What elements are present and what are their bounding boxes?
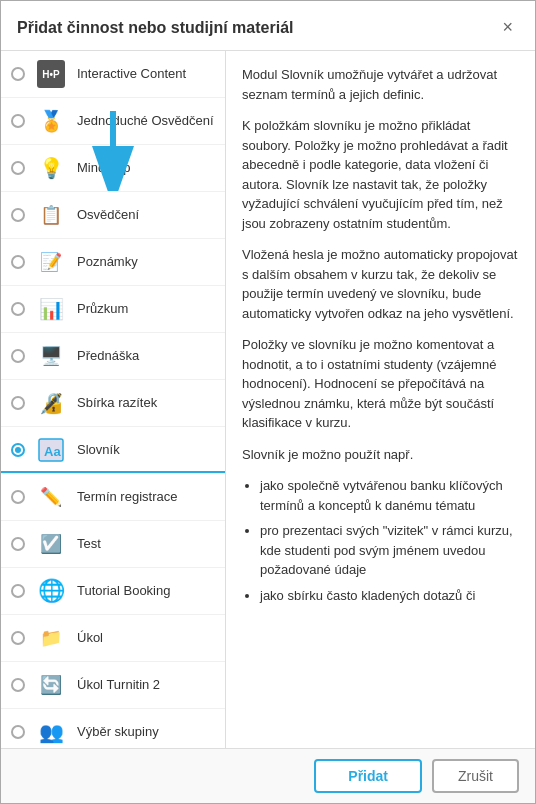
- radio-interactive-content: [11, 67, 25, 81]
- desc-list: jako společně vytvářenou banku klíčových…: [260, 476, 519, 605]
- list-item-slovnik[interactable]: AaSlovník: [1, 427, 225, 474]
- dialog-header: Přidat činnost nebo studijní materiál ×: [1, 1, 535, 51]
- label-ukol: Úkol: [77, 630, 103, 647]
- label-ukol-turnitin: Úkol Turnitin 2: [77, 677, 160, 694]
- icon-vyber-skupiny: 👥: [35, 716, 67, 748]
- radio-vyber-skupiny: [11, 725, 25, 739]
- cancel-button[interactable]: Zrušit: [432, 759, 519, 793]
- label-mindmap: Mindmap: [77, 160, 130, 177]
- desc-paragraph: Slovník je možno použít např.: [242, 445, 519, 465]
- desc-list-item: pro prezentaci svých "vizitek" v rámci k…: [260, 521, 519, 580]
- radio-jednoduche-osvedceni: [11, 114, 25, 128]
- icon-jednoduche-osvedceni: 🏅: [35, 105, 67, 137]
- label-osvedceni: Osvědčení: [77, 207, 139, 224]
- label-termin-registrace: Termín registrace: [77, 489, 177, 506]
- list-item-interactive-content[interactable]: H•PInteractive Content: [1, 51, 225, 98]
- dialog-title: Přidat činnost nebo studijní materiál: [17, 19, 293, 37]
- radio-mindmap: [11, 161, 25, 175]
- desc-paragraph: Vložená hesla je možno automaticky propo…: [242, 245, 519, 323]
- radio-slovnik: [11, 443, 25, 457]
- radio-ukol: [11, 631, 25, 645]
- label-sbirka-razitek: Sbírka razítek: [77, 395, 157, 412]
- icon-slovnik: Aa: [35, 434, 67, 466]
- radio-sbirka-razitek: [11, 396, 25, 410]
- list-item-mindmap[interactable]: 💡Mindmap: [1, 145, 225, 192]
- desc-paragraph: Položky ve slovníku je možno komentovat …: [242, 335, 519, 433]
- radio-prednaška: [11, 349, 25, 363]
- icon-poznamky: 📝: [35, 246, 67, 278]
- icon-tutorial-booking: 🌐: [35, 575, 67, 607]
- radio-poznamky: [11, 255, 25, 269]
- label-poznamky: Poznámky: [77, 254, 138, 271]
- radio-tutorial-booking: [11, 584, 25, 598]
- list-item-prednaška[interactable]: 🖥️Přednáška: [1, 333, 225, 380]
- list-item-termin-registrace[interactable]: ✏️Termín registrace: [1, 474, 225, 521]
- icon-ukol-turnitin: 🔄: [35, 669, 67, 701]
- main-dialog: Přidat činnost nebo studijní materiál × …: [0, 0, 536, 804]
- add-button[interactable]: Přidat: [314, 759, 422, 793]
- label-slovnik: Slovník: [77, 442, 120, 459]
- icon-sbirka-razitek: 🔏: [35, 387, 67, 419]
- list-item-test[interactable]: ☑️Test: [1, 521, 225, 568]
- label-test: Test: [77, 536, 101, 553]
- desc-list-item: jako společně vytvářenou banku klíčových…: [260, 476, 519, 515]
- radio-test: [11, 537, 25, 551]
- desc-list-item: jako sbírku často kladených dotazů či: [260, 586, 519, 606]
- list-item-sbirka-razitek[interactable]: 🔏Sbírka razítek: [1, 380, 225, 427]
- list-item-jednoduche-osvedceni[interactable]: 🏅Jednoduché Osvědčení: [1, 98, 225, 145]
- activity-list: H•PInteractive Content🏅Jednoduché Osvědč…: [1, 51, 226, 748]
- radio-pruzkum: [11, 302, 25, 316]
- list-item-ukol-turnitin[interactable]: 🔄Úkol Turnitin 2: [1, 662, 225, 709]
- description-content: Modul Slovník umožňuje vytvářet a udržov…: [242, 65, 519, 605]
- list-item-ukol[interactable]: 📁Úkol: [1, 615, 225, 662]
- label-interactive-content: Interactive Content: [77, 66, 186, 83]
- icon-pruzkum: 📊: [35, 293, 67, 325]
- items-container: H•PInteractive Content🏅Jednoduché Osvědč…: [1, 51, 225, 748]
- list-item-vyber-skupiny[interactable]: 👥Výběr skupiny: [1, 709, 225, 748]
- list-item-tutorial-booking[interactable]: 🌐Tutorial Booking: [1, 568, 225, 615]
- desc-paragraph: K položkám slovníku je možno přikládat s…: [242, 116, 519, 233]
- icon-osvedceni: 📋: [35, 199, 67, 231]
- close-button[interactable]: ×: [496, 15, 519, 40]
- radio-ukol-turnitin: [11, 678, 25, 692]
- icon-termin-registrace: ✏️: [35, 481, 67, 513]
- radio-termin-registrace: [11, 490, 25, 504]
- icon-test: ☑️: [35, 528, 67, 560]
- dialog-footer: Přidat Zrušit: [1, 748, 535, 803]
- icon-interactive-content: H•P: [35, 58, 67, 90]
- label-tutorial-booking: Tutorial Booking: [77, 583, 170, 600]
- description-panel: Modul Slovník umožňuje vytvářet a udržov…: [226, 51, 535, 748]
- icon-mindmap: 💡: [35, 152, 67, 184]
- svg-text:Aa: Aa: [44, 444, 61, 459]
- list-item-pruzkum[interactable]: 📊Průzkum: [1, 286, 225, 333]
- dialog-body: H•PInteractive Content🏅Jednoduché Osvědč…: [1, 51, 535, 748]
- radio-osvedceni: [11, 208, 25, 222]
- desc-paragraph: Modul Slovník umožňuje vytvářet a udržov…: [242, 65, 519, 104]
- list-item-osvedceni[interactable]: 📋Osvědčení: [1, 192, 225, 239]
- label-vyber-skupiny: Výběr skupiny: [77, 724, 159, 741]
- icon-prednaška: 🖥️: [35, 340, 67, 372]
- label-jednoduche-osvedceni: Jednoduché Osvědčení: [77, 113, 214, 130]
- icon-ukol: 📁: [35, 622, 67, 654]
- label-prednaška: Přednáška: [77, 348, 139, 365]
- label-pruzkum: Průzkum: [77, 301, 128, 318]
- list-item-poznamky[interactable]: 📝Poznámky: [1, 239, 225, 286]
